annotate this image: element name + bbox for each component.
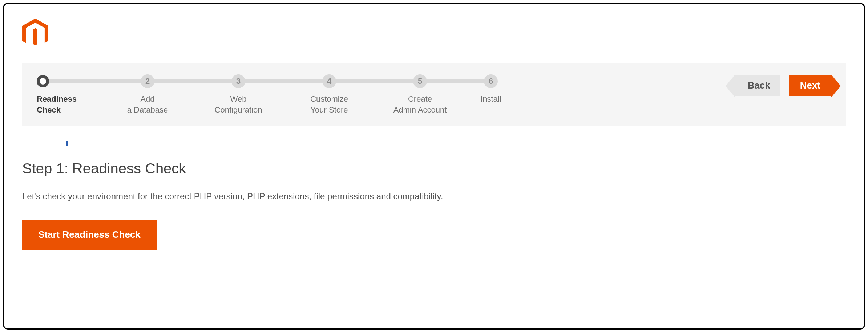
installer-frame: Readiness Check 2 Add a Database 3 Web C… xyxy=(3,3,865,330)
magento-logo-icon xyxy=(22,19,48,48)
step-indicator: 4 xyxy=(322,74,336,88)
caret-marker xyxy=(66,141,68,146)
step-indicator: 5 xyxy=(413,74,427,88)
step-create-admin[interactable]: 5 Create Admin Account xyxy=(375,74,465,115)
page-title: Step 1: Readiness Check xyxy=(22,160,846,177)
step-label: Web Configuration xyxy=(215,94,262,115)
step-label: Install xyxy=(480,94,501,105)
next-button[interactable]: Next xyxy=(789,75,831,96)
step-add-database[interactable]: 2 Add a Database xyxy=(102,74,193,115)
step-indicator: 3 xyxy=(231,74,245,88)
step-readiness-check[interactable]: Readiness Check xyxy=(37,74,102,115)
step-indicator: 2 xyxy=(141,74,154,88)
step-indicator: 6 xyxy=(484,74,498,88)
wizard-steps: Readiness Check 2 Add a Database 3 Web C… xyxy=(37,74,720,115)
step-label: Customize Your Store xyxy=(310,94,348,115)
step-indicator-active xyxy=(37,75,49,87)
step-web-configuration[interactable]: 3 Web Configuration xyxy=(193,74,284,115)
wizard-nav: Back Next xyxy=(735,75,831,96)
step-customize-store[interactable]: 4 Customize Your Store xyxy=(284,74,375,115)
step-label: Create Admin Account xyxy=(393,94,447,115)
back-button[interactable]: Back xyxy=(735,75,780,96)
step-label: Add a Database xyxy=(127,94,168,115)
magento-logo xyxy=(22,19,846,48)
wizard-progress: Readiness Check 2 Add a Database 3 Web C… xyxy=(22,63,846,126)
page-description: Let's check your environment for the cor… xyxy=(22,191,846,201)
step-label: Readiness Check xyxy=(37,94,77,115)
page-content: Step 1: Readiness Check Let's check your… xyxy=(22,126,846,250)
step-install[interactable]: 6 Install xyxy=(465,74,516,105)
start-readiness-check-button[interactable]: Start Readiness Check xyxy=(22,220,157,250)
